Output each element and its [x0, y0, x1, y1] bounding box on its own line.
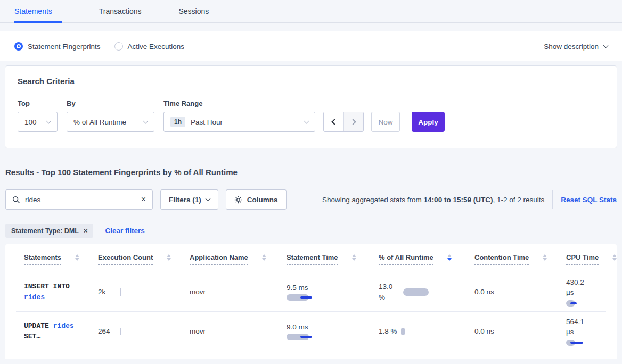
columns-button[interactable]: Columns — [226, 189, 287, 210]
by-select-value: % of All Runtime — [73, 118, 126, 126]
table-header-row: Statements Execution Count Application N… — [16, 244, 606, 272]
tab-transactions[interactable]: Transactions — [99, 7, 142, 22]
tab-sessions[interactable]: Sessions — [178, 7, 209, 22]
sort-icon[interactable] — [75, 254, 79, 261]
col-header-contention-time[interactable]: Contention Time — [474, 253, 529, 265]
application-name-cell: movr — [182, 288, 279, 296]
pct-runtime-cell: 13.0 % — [371, 282, 466, 303]
sort-icon[interactable] — [543, 254, 547, 261]
show-description-toggle[interactable]: Show description — [544, 43, 608, 51]
showing-stats-text: Showing aggregated stats from 14:00 to 1… — [322, 196, 544, 204]
filter-pill-close-icon[interactable]: × — [84, 227, 88, 235]
exec-count-bar — [120, 288, 121, 296]
results-heading: Results - Top 100 Statement Fingerprints… — [5, 168, 617, 177]
time-bar-blue — [300, 336, 312, 338]
chevron-down-icon — [46, 118, 52, 123]
show-description-label: Show description — [544, 43, 599, 51]
showing-time-range: 14:00 to 15:59 (UTC) — [424, 196, 493, 204]
view-toggle-bar: Statement Fingerprints Active Executions… — [0, 31, 622, 61]
top-label: Top — [18, 100, 58, 107]
time-prev-button[interactable] — [324, 112, 343, 131]
vertical-divider — [552, 190, 553, 209]
col-header-cpu-time[interactable]: CPU Time — [566, 253, 599, 265]
filter-pill-statement-type[interactable]: Statement Type: DML × — [5, 224, 93, 238]
col-header-execution-count[interactable]: Execution Count — [98, 253, 153, 265]
cpu-bar-blue — [570, 342, 583, 344]
radio-label: Active Executions — [128, 43, 185, 51]
statement-link[interactable]: rides — [24, 293, 45, 301]
statement-link[interactable]: rides — [53, 322, 74, 330]
sort-icon[interactable] — [612, 254, 617, 261]
statement-time-cell: 9.5 ms — [279, 284, 371, 301]
top-select-value: 100 — [24, 118, 37, 126]
time-range-select[interactable]: 1h Past Hour — [163, 112, 315, 132]
exec-count-bar — [120, 328, 121, 335]
contention-time-cell: 0.0 ns — [466, 327, 558, 335]
pct-bar-gray — [401, 328, 405, 335]
statement-time-cell: 9.0 ms — [279, 323, 371, 340]
statement-fingerprint-cell[interactable]: UPDATE rides SET… — [16, 321, 90, 342]
active-filters-row: Statement Type: DML × Clear filters — [5, 224, 617, 238]
reset-sql-stats-link[interactable]: Reset SQL Stats — [561, 196, 617, 204]
search-clear-icon[interactable]: × — [141, 195, 146, 204]
radio-selected-icon — [14, 42, 23, 51]
apply-button[interactable]: Apply — [412, 112, 445, 132]
filter-pill-label: Statement Type: DML — [11, 227, 79, 235]
search-icon — [12, 196, 20, 204]
now-button[interactable]: Now — [371, 112, 400, 132]
sort-icon[interactable] — [262, 254, 266, 261]
table-row: INSERT INTO rides 2k movr 9.5 ms 13.0 % … — [16, 272, 606, 312]
time-range-value: Past Hour — [191, 118, 223, 126]
gear-icon — [234, 196, 242, 204]
cpu-bar-blue — [570, 302, 577, 304]
statement-fingerprint-cell[interactable]: INSERT INTO rides — [16, 282, 90, 303]
time-range-badge: 1h — [170, 117, 185, 127]
col-header-statements[interactable]: Statements — [24, 253, 61, 265]
radio-statement-fingerprints[interactable]: Statement Fingerprints — [14, 42, 101, 51]
col-header-statement-time[interactable]: Statement Time — [287, 253, 338, 265]
radio-active-executions[interactable]: Active Executions — [114, 42, 185, 51]
chevron-down-icon — [304, 118, 309, 123]
time-next-button[interactable] — [343, 112, 363, 131]
search-input[interactable] — [25, 196, 141, 204]
chevron-left-icon — [331, 119, 337, 125]
filters-button[interactable]: Filters (1) — [160, 189, 218, 210]
search-criteria-card: Search Criteria Top 100 By % of All Runt… — [5, 65, 617, 148]
radio-unselected-icon — [114, 42, 123, 51]
execution-count-cell: 264 — [90, 327, 182, 335]
table-row: UPDATE rides SET… 264 movr 9.0 ms 1.8 % … — [16, 312, 606, 351]
cpu-time-cell: 564.1 µs — [558, 317, 606, 346]
time-bar-blue — [300, 296, 312, 299]
statement-search-box[interactable]: × — [5, 189, 153, 210]
sql-activity-tabbar: Statements Transactions Sessions — [0, 0, 622, 23]
chevron-down-icon — [603, 43, 609, 48]
pct-bar-gray — [403, 288, 429, 296]
tab-statements[interactable]: Statements — [14, 7, 62, 23]
pct-runtime-cell: 1.8 % — [371, 327, 466, 335]
search-criteria-title: Search Criteria — [18, 77, 604, 86]
cpu-time-cell: 430.2 µs — [558, 277, 606, 307]
results-controls: × Filters (1) Columns Showing aggregated… — [5, 189, 617, 210]
time-pager — [323, 112, 364, 132]
top-select[interactable]: 100 — [18, 112, 58, 132]
contention-time-cell: 0.0 ns — [466, 288, 558, 296]
by-label: By — [67, 100, 154, 107]
sort-icon[interactable] — [167, 254, 171, 261]
sort-icon-active-desc[interactable] — [447, 254, 452, 261]
by-select[interactable]: % of All Runtime — [67, 112, 154, 132]
radio-label: Statement Fingerprints — [28, 43, 101, 51]
col-header-application-name[interactable]: Application Name — [190, 253, 248, 265]
chevron-right-icon — [350, 119, 356, 125]
col-header-pct-runtime[interactable]: % of All Runtime — [379, 253, 433, 265]
sort-icon[interactable] — [352, 254, 356, 261]
time-range-label: Time Range — [163, 100, 315, 107]
filters-label: Filters (1) — [169, 196, 201, 204]
chevron-down-icon — [205, 196, 210, 202]
columns-label: Columns — [247, 196, 278, 204]
execution-count-cell: 2k — [90, 288, 182, 296]
chevron-down-icon — [143, 118, 149, 123]
application-name-cell: movr — [182, 327, 279, 335]
statements-table-card: Statements Execution Count Application N… — [5, 244, 617, 359]
clear-filters-link[interactable]: Clear filters — [105, 227, 144, 235]
